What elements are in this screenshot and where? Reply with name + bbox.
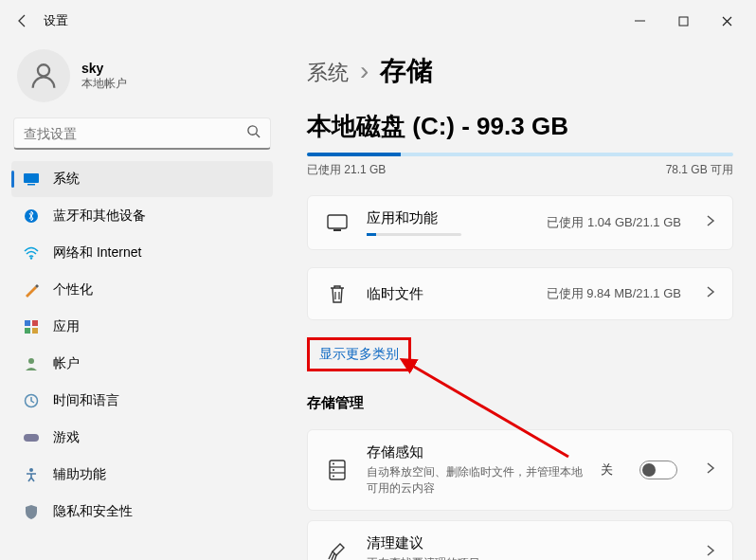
cleanup-desc: 正在查找要清理的项目 <box>367 555 585 560</box>
sidebar-item-time-language[interactable]: 时间和语言 <box>11 383 273 419</box>
svg-rect-18 <box>333 229 341 231</box>
usage-bar <box>307 153 733 156</box>
chevron-right-icon <box>706 544 715 560</box>
sidebar-item-label: 时间和语言 <box>53 392 119 409</box>
chevron-right-icon <box>706 285 715 302</box>
sidebar-item-network[interactable]: 网络和 Internet <box>11 235 273 271</box>
svg-point-16 <box>29 468 33 472</box>
sidebar-item-accounts[interactable]: 帐户 <box>11 346 273 382</box>
sidebar-item-system[interactable]: 系统 <box>11 161 273 197</box>
svg-rect-6 <box>27 184 35 186</box>
shield-icon <box>23 503 40 520</box>
brush-icon <box>23 281 40 298</box>
svg-rect-15 <box>24 434 39 442</box>
svg-point-13 <box>28 358 34 364</box>
back-button[interactable] <box>8 6 38 36</box>
svg-point-3 <box>248 126 257 135</box>
storage-sense-title: 存储感知 <box>367 443 584 461</box>
avatar <box>17 49 70 102</box>
window-title: 设置 <box>44 12 68 29</box>
sidebar-item-label: 辅助功能 <box>53 466 106 483</box>
breadcrumb-current: 存储 <box>380 53 433 89</box>
user-name: sky <box>81 61 127 76</box>
category-apps[interactable]: 应用和功能 已使用 1.04 GB/21.1 GB <box>307 195 733 250</box>
bluetooth-icon <box>23 208 40 225</box>
close-button[interactable] <box>705 6 748 36</box>
sidebar-item-label: 个性化 <box>53 281 93 298</box>
svg-point-8 <box>30 257 32 259</box>
sidebar-item-label: 游戏 <box>53 429 80 446</box>
maximize-button[interactable] <box>661 6 705 36</box>
svg-rect-1 <box>679 17 688 26</box>
svg-rect-12 <box>32 328 38 334</box>
breadcrumb-sep: › <box>360 56 369 86</box>
svg-rect-10 <box>32 320 38 326</box>
apps-icon <box>23 318 40 335</box>
category-title: 临时文件 <box>367 285 530 303</box>
person-icon <box>23 355 40 372</box>
broom-icon <box>325 540 350 560</box>
free-label: 78.1 GB 可用 <box>666 162 733 178</box>
disk-title: 本地磁盘 (C:) - 99.3 GB <box>307 110 733 143</box>
svg-point-25 <box>333 469 334 471</box>
accessibility-icon <box>23 466 40 483</box>
sidebar-item-accessibility[interactable]: 辅助功能 <box>11 457 273 493</box>
chevron-right-icon <box>706 461 715 479</box>
svg-rect-5 <box>24 173 39 183</box>
profile[interactable]: sky 本地帐户 <box>8 42 277 117</box>
svg-point-2 <box>38 64 49 76</box>
system-icon <box>23 171 40 188</box>
trash-icon <box>325 281 350 306</box>
cleanup-card[interactable]: 清理建议 正在查找要清理的项目 <box>307 520 733 560</box>
wifi-icon <box>23 244 40 262</box>
toggle-state: 关 <box>601 461 613 479</box>
main-content: 系统 › 存储 本地磁盘 (C:) - 99.3 GB 已使用 21.1 GB … <box>284 42 756 560</box>
sidebar-item-label: 帐户 <box>53 355 80 372</box>
apps-category-icon <box>325 210 350 235</box>
search-input-wrapper[interactable] <box>13 117 271 150</box>
search-icon <box>246 124 261 142</box>
sidebar-item-label: 蓝牙和其他设备 <box>53 208 146 225</box>
user-sub: 本地帐户 <box>81 76 127 92</box>
storage-management-title: 存储管理 <box>307 394 733 412</box>
storage-sense-desc: 自动释放空间、删除临时文件，并管理本地可用的云内容 <box>367 464 584 497</box>
show-more-categories-link[interactable]: 显示更多类别 <box>307 337 411 371</box>
category-temp[interactable]: 临时文件 已使用 9.84 MB/21.1 GB <box>307 267 733 320</box>
svg-point-26 <box>333 475 334 477</box>
chevron-right-icon <box>706 214 715 231</box>
sidebar-item-personalization[interactable]: 个性化 <box>11 272 273 308</box>
svg-rect-21 <box>330 461 345 479</box>
category-title: 应用和功能 <box>367 209 530 227</box>
sidebar-item-label: 系统 <box>53 171 80 188</box>
breadcrumb-parent[interactable]: 系统 <box>307 59 349 87</box>
cleanup-title: 清理建议 <box>367 534 689 552</box>
sidebar-item-privacy[interactable]: 隐私和安全性 <box>11 494 273 530</box>
svg-rect-17 <box>328 215 347 228</box>
breadcrumb: 系统 › 存储 <box>307 53 733 89</box>
svg-rect-11 <box>25 328 30 334</box>
sidebar: sky 本地帐户 系统 蓝牙和其他设备 网络和 Internet <box>0 42 284 560</box>
clock-icon <box>23 392 40 409</box>
minimize-button[interactable] <box>618 6 661 36</box>
svg-point-24 <box>333 462 334 464</box>
svg-line-4 <box>256 134 260 137</box>
sidebar-item-label: 网络和 Internet <box>53 244 141 262</box>
sidebar-item-label: 隐私和安全性 <box>53 503 133 520</box>
gamepad-icon <box>23 429 40 446</box>
used-label: 已使用 21.1 GB <box>307 162 386 178</box>
storage-sense-toggle[interactable] <box>639 461 677 479</box>
drive-icon <box>325 458 350 482</box>
category-stat: 已使用 9.84 MB/21.1 GB <box>547 285 681 302</box>
sidebar-item-label: 应用 <box>53 318 80 335</box>
svg-rect-9 <box>25 320 30 326</box>
storage-sense-card[interactable]: 存储感知 自动释放空间、删除临时文件，并管理本地可用的云内容 关 <box>307 429 733 511</box>
category-stat: 已使用 1.04 GB/21.1 GB <box>547 214 681 231</box>
sidebar-item-gaming[interactable]: 游戏 <box>11 420 273 456</box>
sidebar-item-bluetooth[interactable]: 蓝牙和其他设备 <box>11 198 273 234</box>
search-input[interactable] <box>24 126 246 141</box>
sidebar-item-apps[interactable]: 应用 <box>11 309 273 345</box>
